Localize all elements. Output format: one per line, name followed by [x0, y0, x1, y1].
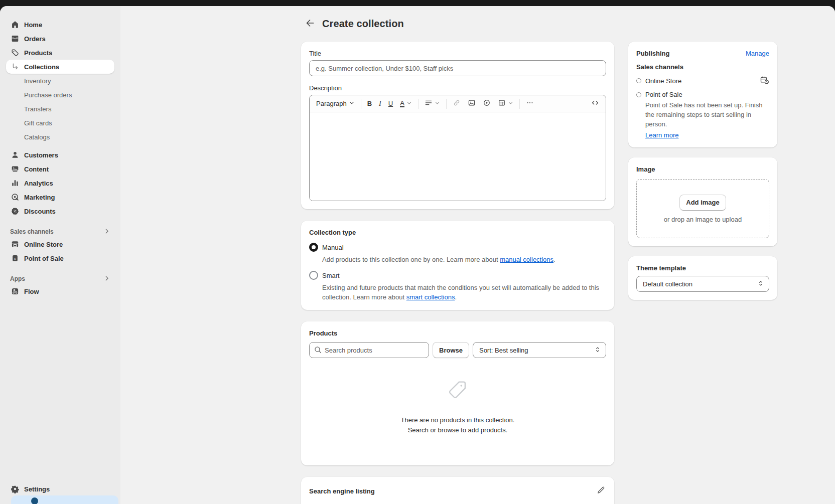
manage-link[interactable]: Manage [746, 50, 769, 57]
theme-template-select[interactable]: Default collection [636, 276, 769, 292]
smart-radio[interactable] [309, 271, 318, 280]
products-empty-state: There are no products in this collection… [309, 358, 606, 457]
sidebar-item-collections[interactable]: Collections [6, 60, 114, 74]
add-image-button[interactable]: Add image [679, 195, 726, 211]
trial-callout-icon [31, 497, 38, 504]
code-icon [591, 99, 599, 108]
sidebar-item-label: Catalogs [24, 133, 50, 141]
updown-chevron-icon [757, 280, 764, 288]
sales-channels-subheading: Sales channels [636, 63, 769, 71]
channel-name: Point of Sale [645, 91, 682, 98]
sidebar-item-label: Orders [24, 35, 46, 43]
schedule-publish-button[interactable] [760, 75, 769, 86]
edit-seo-button[interactable] [596, 485, 606, 497]
empty-state-line1: There are no products in this collection… [401, 415, 515, 425]
collection-type-card: Collection type Manual Add products to t… [301, 221, 614, 310]
updown-chevron-icon [594, 346, 601, 355]
sidebar-item-home[interactable]: Home [6, 18, 114, 32]
sidebar-nav-group-main: Home Orders Products Collections Invento… [6, 18, 114, 144]
product-search-box [309, 342, 429, 358]
sidebar-item-flow[interactable]: Flow [6, 284, 114, 298]
sidebar: Home Orders Products Collections Invento… [0, 6, 120, 504]
description-editor-body[interactable] [310, 112, 606, 201]
alignment-button[interactable] [421, 97, 444, 110]
sidebar-nav-group-apps: Flow [6, 284, 114, 298]
italic-button[interactable]: I [375, 98, 385, 109]
manual-description: Add products to this collection one by o… [322, 255, 606, 264]
chevron-down-icon [349, 100, 355, 107]
table-icon [498, 99, 506, 108]
sidebar-item-label: Customers [24, 151, 58, 159]
publishing-heading: Publishing [636, 50, 669, 57]
manual-radio[interactable] [309, 243, 318, 252]
sidebar-item-label: Discounts [24, 208, 56, 215]
sidebar-item-purchase-orders[interactable]: Purchase orders [6, 88, 114, 102]
bold-button[interactable]: B [364, 98, 375, 109]
sidebar-item-analytics[interactable]: Analytics [6, 176, 114, 190]
sidebar-item-point-of-sale[interactable]: s Point of Sale [6, 251, 114, 265]
sidebar-item-online-store[interactable]: Online Store [6, 237, 114, 251]
sidebar-item-catalogs[interactable]: Catalogs [6, 130, 114, 144]
title-label: Title [309, 50, 606, 57]
sidebar-item-content[interactable]: Content [6, 162, 114, 176]
marketing-icon [10, 192, 20, 202]
sidebar-item-gift-cards[interactable]: Gift cards [6, 116, 114, 130]
text-color-button[interactable]: A [396, 98, 415, 109]
insert-table-button[interactable] [494, 97, 517, 110]
empty-state-line2: Search or browse to add products. [408, 425, 508, 435]
sidebar-item-label: Collections [24, 63, 59, 71]
title-input[interactable] [309, 60, 606, 76]
product-search-input[interactable] [309, 342, 429, 358]
sidebar-item-discounts[interactable]: Discounts [6, 204, 114, 218]
customers-icon [10, 150, 20, 160]
sidebar-item-settings[interactable]: Settings [6, 482, 114, 496]
text-color-glyph: A [400, 100, 404, 107]
trial-callout[interactable] [11, 495, 118, 504]
sidebar-item-label: Online Store [24, 241, 63, 248]
more-options-button[interactable] [522, 97, 537, 110]
channel-row-point-of-sale: Point of Sale [636, 91, 769, 98]
publishing-card: Publishing Manage Sales channels Online … [628, 42, 777, 147]
sidebar-item-label: Flow [24, 288, 39, 295]
channel-status-icon [636, 78, 641, 83]
back-button[interactable] [303, 17, 317, 31]
insert-image-button[interactable] [464, 97, 479, 110]
sidebar-item-products[interactable]: Products [6, 46, 114, 60]
title-card: Title Description Paragraph B [301, 42, 614, 209]
browse-button[interactable]: Browse [433, 342, 469, 358]
learn-more-link[interactable]: Learn more [645, 131, 678, 139]
manual-collections-link[interactable]: manual collections [500, 256, 553, 263]
sort-select-text: Sort: Best selling [479, 347, 528, 354]
smart-radio-label[interactable]: Smart [322, 272, 340, 279]
image-dropzone[interactable]: Add image or drop an image to upload [636, 179, 769, 238]
point-of-sale-icon: s [10, 253, 20, 263]
chevron-down-icon [508, 100, 513, 107]
smart-radio-row: Smart [309, 271, 606, 280]
sidebar-item-label: Products [24, 49, 52, 57]
sidebar-section-label: Apps [10, 275, 25, 282]
paragraph-style-button[interactable]: Paragraph [313, 98, 358, 109]
discounts-icon [10, 206, 20, 216]
analytics-icon [10, 178, 20, 188]
calendar-clock-icon [760, 79, 769, 86]
smart-collections-link[interactable]: smart collections [406, 293, 455, 301]
orders-icon [10, 34, 20, 44]
products-controls: Browse Sort: Best selling [309, 342, 606, 358]
admin-app: Home Orders Products Collections Invento… [0, 6, 835, 504]
link-button[interactable] [449, 97, 464, 110]
sidebar-item-transfers[interactable]: Transfers [6, 102, 114, 116]
sidebar-item-marketing[interactable]: Marketing [6, 190, 114, 204]
show-html-button[interactable] [588, 97, 603, 110]
sort-select[interactable]: Sort: Best selling [473, 342, 606, 358]
manual-radio-label[interactable]: Manual [322, 244, 344, 251]
sidebar-section-sales-channels[interactable]: Sales channels [6, 226, 114, 237]
sidebar-section-apps[interactable]: Apps [6, 273, 114, 284]
underline-button[interactable]: U [385, 98, 396, 109]
sidebar-item-orders[interactable]: Orders [6, 32, 114, 46]
seo-heading: Search engine listing [309, 487, 375, 495]
sidebar-item-customers[interactable]: Customers [6, 148, 114, 162]
svg-text:s: s [14, 256, 16, 261]
insert-video-button[interactable] [479, 97, 494, 110]
sidebar-item-inventory[interactable]: Inventory [6, 74, 114, 88]
seo-card: Search engine listing Add a title and de… [301, 477, 614, 504]
